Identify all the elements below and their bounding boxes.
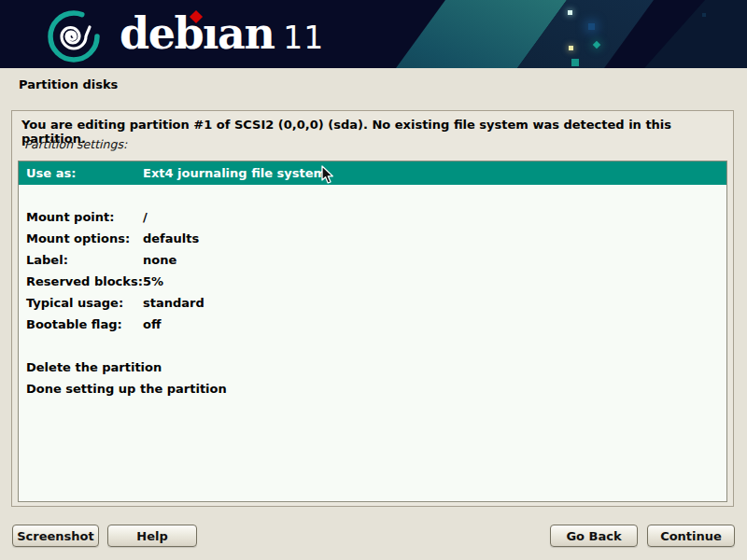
partition-dialog-panel: You are editing partition #1 of SCSI2 (0… [11, 110, 734, 507]
page-title: Partition disks [19, 77, 118, 91]
action-done-partition[interactable]: Done setting up the partition [19, 378, 726, 399]
setting-label: Typical usage: [19, 296, 143, 310]
setting-value: Ext4 journaling file system [143, 166, 726, 180]
setting-value: none [143, 253, 726, 267]
setting-row-mount-options[interactable]: Mount options: defaults [19, 228, 726, 249]
setting-row-use-as[interactable]: Use as: Ext4 journaling file system [19, 161, 726, 185]
brand-version: 11 [283, 20, 324, 56]
setting-label: Mount point: [19, 210, 143, 224]
glow-square-white [568, 10, 572, 15]
list-spacer-row [19, 185, 726, 206]
screenshot-button[interactable]: Screenshot [12, 525, 99, 547]
help-button[interactable]: Help [107, 525, 197, 547]
setting-row-label[interactable]: Label: none [19, 249, 726, 271]
setting-label: Label: [19, 253, 143, 267]
debian-swirl-icon [43, 5, 105, 66]
setting-row-mount-point[interactable]: Mount point: / [19, 206, 726, 228]
setting-value: defaults [143, 231, 726, 245]
setting-value: standard [143, 296, 726, 310]
setting-row-typical-usage[interactable]: Typical usage: standard [19, 292, 726, 314]
action-delete-partition[interactable]: Delete the partition [19, 357, 726, 378]
setting-label: Bootable flag: [19, 317, 143, 331]
partition-settings-list[interactable]: Use as: Ext4 journaling file system Moun… [18, 161, 727, 502]
setting-value: 5% [143, 274, 726, 288]
setting-label: Mount options: [19, 231, 143, 245]
glow-square-blue [588, 23, 595, 30]
header-decoration-dark-band [0, 0, 747, 68]
setting-row-reserved-blocks[interactable]: Reserved blocks: 5% [19, 271, 726, 292]
debian-banner: debıan11 [0, 0, 747, 68]
glow-square-faint [702, 13, 706, 17]
continue-button[interactable]: Continue [647, 525, 735, 547]
action-label: Delete the partition [19, 360, 162, 374]
setting-label: Reserved blocks: [19, 274, 143, 288]
debian-logo-text: debıan11 [120, 12, 324, 59]
partition-settings-caption: Partition settings: [24, 137, 127, 151]
setting-label: Use as: [19, 166, 143, 180]
glow-square-teal [571, 59, 579, 66]
go-back-button[interactable]: Go Back [550, 525, 638, 547]
list-spacer-row [19, 335, 726, 357]
setting-value: off [143, 317, 726, 331]
setting-row-bootable-flag[interactable]: Bootable flag: off [19, 314, 726, 335]
action-label: Done setting up the partition [19, 382, 227, 396]
setting-value: / [143, 210, 726, 224]
glow-square-yellow [569, 46, 573, 50]
partition-message: You are editing partition #1 of SCSI2 (0… [21, 118, 733, 146]
